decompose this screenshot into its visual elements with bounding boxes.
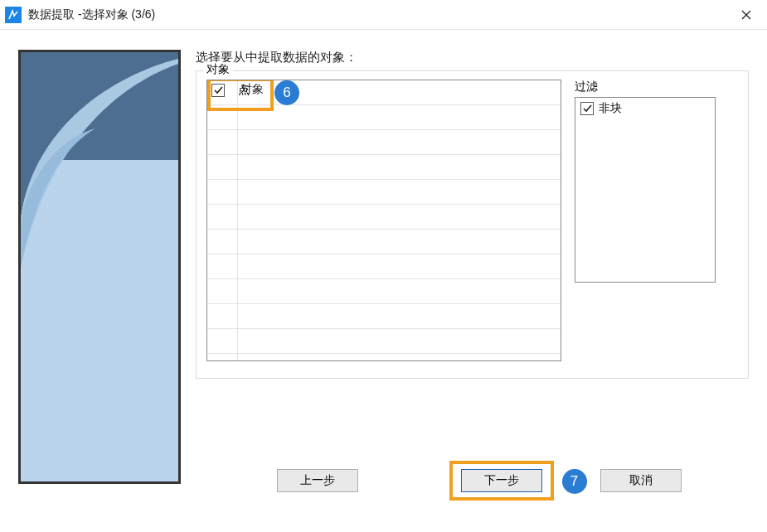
window-title: 数据提取 -选择对象 (3/6) bbox=[28, 7, 155, 22]
instruction-text: 选择要从中提取数据的对象： bbox=[196, 50, 749, 65]
objects-fieldset: 对象 对象 点 6 过滤 bbox=[196, 70, 749, 379]
check-icon bbox=[583, 104, 592, 114]
app-icon bbox=[5, 7, 22, 23]
object-list[interactable]: 对象 点 6 bbox=[206, 80, 561, 361]
preview-panel bbox=[18, 50, 181, 484]
filter-list[interactable]: 非块 bbox=[575, 97, 716, 283]
filter-label: 过滤 bbox=[575, 80, 716, 94]
object-row-label: 点 bbox=[233, 83, 250, 98]
close-button[interactable] bbox=[732, 3, 760, 27]
titlebar: 数据提取 -选择对象 (3/6) bbox=[0, 0, 767, 30]
next-button[interactable]: 下一步 bbox=[461, 469, 542, 492]
objects-legend: 对象 bbox=[203, 62, 233, 77]
close-icon bbox=[741, 10, 751, 20]
filter-checkbox[interactable] bbox=[580, 102, 594, 115]
object-list-row[interactable]: 点 6 bbox=[211, 83, 250, 98]
cancel-button[interactable]: 取消 bbox=[600, 469, 682, 492]
step-badge-7: 7 bbox=[562, 469, 587, 494]
filter-row[interactable]: 非块 bbox=[580, 101, 710, 116]
step-highlight-7: 下一步 7 bbox=[449, 461, 554, 501]
prev-button[interactable]: 上一步 bbox=[277, 469, 358, 492]
wizard-button-row: 上一步 下一步 7 取消 bbox=[0, 461, 767, 501]
object-checkbox[interactable] bbox=[211, 84, 225, 97]
main-panel: 选择要从中提取数据的对象： 对象 对象 点 6 过滤 bbox=[196, 50, 749, 484]
check-icon bbox=[214, 86, 223, 95]
filter-row-label: 非块 bbox=[599, 101, 622, 116]
content-area: 选择要从中提取数据的对象： 对象 对象 点 6 过滤 bbox=[0, 30, 767, 484]
step-badge-6: 6 bbox=[274, 80, 299, 105]
filter-panel: 过滤 非块 bbox=[575, 80, 716, 368]
